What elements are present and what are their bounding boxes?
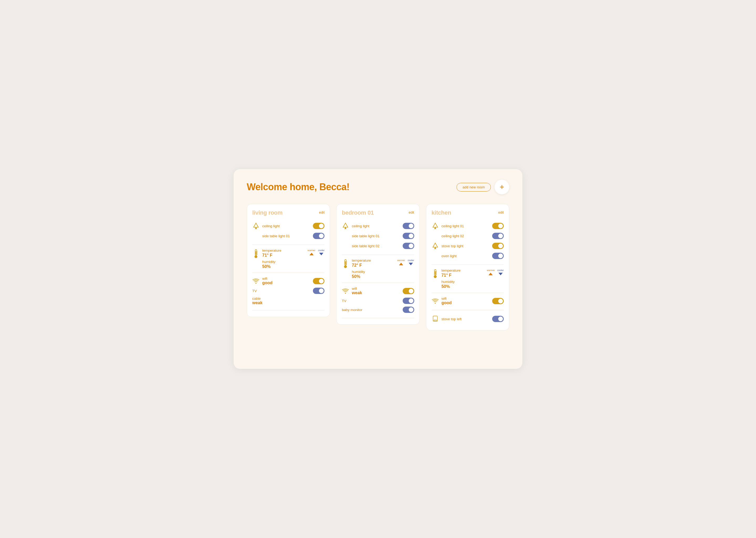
- list-item: side table light 02: [342, 241, 414, 251]
- room-body-bedroom-01: ceiling light side table light 01: [337, 217, 419, 318]
- lamp-icon: [432, 252, 439, 259]
- wifi-icon: [342, 288, 349, 295]
- device-label: cable: [252, 296, 262, 300]
- temperature-controls: warmer cooler: [487, 269, 504, 276]
- toggle-baby-monitor-bedroom01[interactable]: [403, 306, 414, 313]
- humidity-label: humidity: [262, 260, 305, 264]
- temperature-label: temperature: [442, 268, 484, 272]
- light-label: side table light 01: [262, 234, 290, 238]
- toggle-stove-top-left-kitchen[interactable]: [492, 316, 504, 322]
- temperature-label: temperature: [352, 258, 395, 262]
- toggle-stove-top-light-kitchen[interactable]: [492, 243, 504, 249]
- temperature-section-kitchen: temperature 71° F humidity 50% warmer: [432, 265, 504, 293]
- wifi-status-kitchen: good: [442, 300, 452, 305]
- list-item: side table light 01: [252, 231, 324, 241]
- toggle-ceiling-02-kitchen[interactable]: [492, 233, 504, 239]
- thermometer-icon: [432, 268, 439, 279]
- lamp-icon: [432, 222, 439, 230]
- lamp-icon: [342, 222, 349, 230]
- cooler-button[interactable]: [497, 272, 504, 276]
- humidity-value: 50%: [262, 264, 305, 269]
- humidity-label: humidity: [352, 270, 395, 274]
- svg-rect-14: [345, 261, 346, 265]
- warmer-button[interactable]: [488, 272, 494, 276]
- warmer-button[interactable]: [398, 262, 404, 266]
- welcome-title: Welcome home, Becca!: [247, 182, 350, 192]
- svg-rect-34: [434, 320, 437, 321]
- lights-section-kitchen: ceiling light 01 ceiling light 02: [432, 217, 504, 265]
- wifi-row: wifi good: [252, 277, 324, 285]
- room-title-living-room: living room: [252, 209, 282, 216]
- lamp-icon: [252, 232, 260, 240]
- toggle-tv-living[interactable]: [313, 288, 324, 294]
- temperature-value: 72° F: [352, 263, 395, 268]
- light-label: ceiling light: [352, 224, 369, 228]
- list-item: stove top light: [432, 241, 504, 251]
- app-container: Welcome home, Becca! add new room + livi…: [234, 169, 522, 369]
- warmer-label: warmer: [397, 259, 405, 262]
- temperature-value: 71° F: [442, 273, 484, 278]
- room-card-kitchen: kitchen edit: [426, 204, 509, 331]
- toggle-ceiling-light-bedroom01[interactable]: [403, 223, 414, 229]
- light-label: ceiling light 01: [442, 224, 464, 228]
- list-item: cable weak: [252, 295, 324, 306]
- light-label: ceiling light 02: [442, 234, 464, 238]
- svg-point-15: [344, 265, 347, 268]
- wifi-section-living-room: wifi good TV cable weak: [252, 273, 324, 310]
- lamp-icon: [342, 232, 349, 240]
- add-room-button[interactable]: add new room: [456, 183, 491, 191]
- thermometer-icon: [252, 248, 260, 258]
- edit-button-kitchen[interactable]: edit: [498, 209, 504, 214]
- temperature-section-living-room: temperature 71° F humidity 50% warmer: [252, 245, 324, 273]
- toggle-ceiling-01-kitchen[interactable]: [492, 223, 504, 229]
- light-label: side table light 02: [352, 244, 379, 248]
- toggle-oven-light-kitchen[interactable]: [492, 253, 504, 259]
- wifi-section-bedroom-01: wifi weak TV baby monitor: [342, 283, 414, 318]
- wifi-label: wifi: [262, 277, 272, 281]
- room-header-kitchen: kitchen edit: [426, 204, 509, 217]
- humidity-label: humidity: [442, 280, 484, 284]
- toggle-side-table-02-bedroom01[interactable]: [403, 243, 414, 249]
- toggle-ceiling-light-living[interactable]: [313, 223, 324, 229]
- toggle-wifi-kitchen[interactable]: [492, 298, 504, 304]
- toggle-side-table-01-living[interactable]: [313, 233, 324, 239]
- list-item: ceiling light: [252, 221, 324, 231]
- lights-section-bedroom-01: ceiling light side table light 01: [342, 217, 414, 255]
- warmer-label: warmer: [307, 249, 315, 252]
- plus-button[interactable]: +: [495, 180, 509, 194]
- cooler-label: cooler: [497, 269, 504, 272]
- cooler-button[interactable]: [408, 262, 414, 266]
- cooler-label: cooler: [318, 249, 325, 252]
- svg-marker-0: [254, 223, 258, 227]
- toggle-wifi-bedroom01[interactable]: [403, 288, 414, 294]
- lights-section-living-room: ceiling light side table light 01: [252, 217, 324, 245]
- list-item: baby monitor: [342, 305, 414, 314]
- warmer-button[interactable]: [308, 252, 315, 256]
- toggle-wifi-living[interactable]: [313, 278, 324, 284]
- svg-point-19: [345, 293, 346, 294]
- edit-button-bedroom-01[interactable]: edit: [409, 209, 414, 214]
- plus-icon: +: [499, 183, 504, 191]
- humidity-value: 50%: [442, 284, 484, 289]
- device-label: TV: [342, 299, 346, 303]
- temperature-controls: warmer cooler: [307, 249, 325, 256]
- list-item: side table light 01: [342, 231, 414, 241]
- toggle-tv-bedroom01[interactable]: [403, 297, 414, 304]
- toggle-side-table-01-bedroom01[interactable]: [403, 233, 414, 239]
- room-body-kitchen: ceiling light 01 ceiling light 02: [426, 217, 509, 324]
- svg-point-32: [435, 303, 436, 304]
- svg-marker-23: [433, 243, 438, 247]
- list-item: TV: [342, 296, 414, 305]
- wifi-row: wifi good: [432, 296, 504, 305]
- list-item: ceiling light 02: [432, 231, 504, 241]
- cooler-button[interactable]: [318, 252, 324, 256]
- lamp-icon: [432, 242, 439, 249]
- light-label: ceiling light: [262, 224, 280, 228]
- wifi-label: wifi: [352, 287, 362, 291]
- list-item: ceiling light 01: [432, 221, 504, 231]
- room-card-bedroom-01: bedroom 01 edit: [336, 204, 419, 325]
- lamp-icon: [252, 222, 260, 230]
- edit-button-living-room[interactable]: edit: [319, 209, 324, 214]
- warmer-label: warmer: [487, 269, 495, 272]
- list-item: ceiling light: [342, 221, 414, 231]
